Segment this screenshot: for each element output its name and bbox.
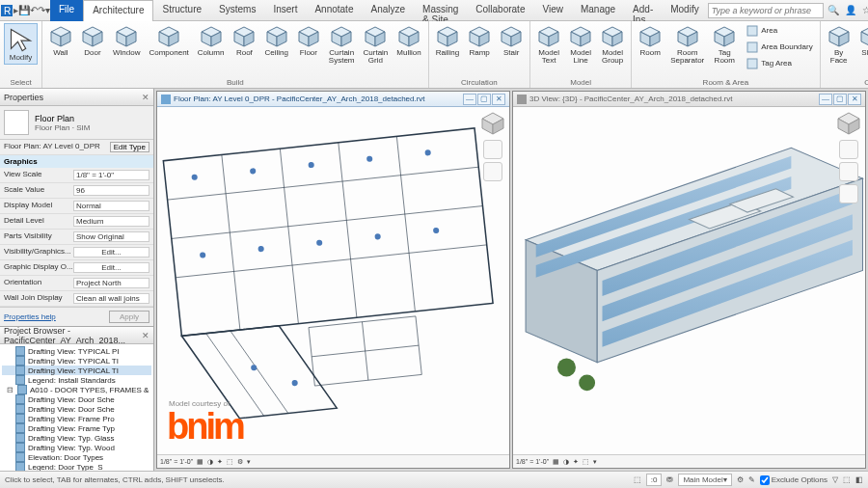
ribbon-column[interactable]: Column	[195, 23, 228, 59]
view-max-icon[interactable]: ▢	[833, 94, 847, 105]
menu-tab-massing-site[interactable]: Massing & Site	[414, 0, 467, 21]
project-tree[interactable]: Drafting View: TYPICAL PIDrafting View: …	[0, 344, 153, 471]
properties-help-link[interactable]: Properties help	[4, 312, 56, 321]
ribbon-railing[interactable]: Railing	[433, 23, 462, 59]
modify-button[interactable]: Modify	[4, 23, 38, 65]
vs-icon[interactable]: ◑	[563, 458, 569, 466]
view-floorplan-title[interactable]: Floor Plan: AY Level 0_DPR - PacificCent…	[157, 92, 509, 107]
menu-tab-insert[interactable]: Insert	[264, 0, 306, 21]
vs-icon[interactable]: ⚙	[237, 458, 243, 466]
nav-wheel-icon[interactable]	[839, 140, 858, 159]
ribbon-area[interactable]: Area	[744, 23, 815, 39]
exclude-options-check[interactable]: Exclude Options	[760, 475, 827, 485]
ribbon-model-group[interactable]: Model Group	[598, 23, 627, 68]
ribbon-roof[interactable]: Roof	[230, 23, 258, 59]
ribbon-door[interactable]: Door	[78, 23, 107, 59]
vs-icon[interactable]: ⬚	[227, 458, 233, 466]
tree-item[interactable]: Drafting View: TYPICAL TI	[2, 366, 151, 375]
view-close-icon[interactable]: ✕	[492, 94, 505, 105]
tree-item[interactable]: Drafting View: Typ. Glass	[2, 433, 151, 443]
ribbon-area-boundary[interactable]: Area Boundary	[744, 40, 815, 55]
ribbon-by-face[interactable]: By Face	[825, 23, 854, 68]
nav-orbit-icon[interactable]	[839, 184, 858, 203]
qa-undo-icon[interactable]: ↶	[30, 2, 38, 19]
ribbon-stair[interactable]: Stair	[497, 23, 526, 59]
qa-redo-icon[interactable]: ↷	[38, 2, 45, 19]
view-close-icon[interactable]: ✕	[848, 94, 861, 105]
view-3d-canvas[interactable]	[513, 107, 865, 454]
worksets-icon[interactable]: ⛃	[666, 475, 673, 484]
menu-tab-add-ins[interactable]: Add-Ins	[624, 0, 662, 21]
ribbon-mullion[interactable]: Mullion	[393, 23, 423, 59]
signin-icon[interactable]: 👤	[845, 5, 856, 15]
menu-tab-analyze[interactable]: Analyze	[362, 0, 414, 21]
menu-tab-architecture[interactable]: Architecture	[83, 0, 153, 21]
menu-tab-modify[interactable]: Modify	[662, 0, 707, 21]
sb-icon[interactable]: ✎	[748, 475, 755, 484]
menu-tab-manage[interactable]: Manage	[572, 0, 624, 21]
tree-item[interactable]: Drafting View: Frame Typ	[2, 423, 151, 433]
type-selector[interactable]: Floor Plan Floor Plan · SIM	[0, 106, 153, 140]
view-3d-title[interactable]: 3D View: {3D} - PacificCenter_AY_Arch_20…	[513, 92, 865, 107]
app-icon[interactable]: R	[0, 2, 14, 19]
qa-save-icon[interactable]: 💾	[18, 2, 30, 19]
tree-item[interactable]: Drafting View: Typ. Wood	[2, 443, 151, 452]
tree-item[interactable]: Elevation: Door Types	[2, 452, 151, 462]
tree-item[interactable]: Drafting View: Door Sche	[2, 394, 151, 404]
prop-row-parts-visibility[interactable]: Parts VisibilityShow Original	[0, 230, 153, 245]
vs-icon[interactable]: ◑	[207, 458, 213, 466]
menu-tab-annotate[interactable]: Annotate	[306, 0, 362, 21]
ribbon-curtain-system[interactable]: Curtain System	[326, 23, 358, 68]
prop-row-visibility-graphics-[interactable]: Visibility/Graphics...Edit...	[0, 245, 153, 260]
project-browser-close-icon[interactable]: ✕	[142, 331, 149, 340]
sb-icon[interactable]: ⚙	[737, 475, 744, 484]
ribbon-tag-room[interactable]: Tag Room	[710, 23, 739, 68]
tree-item[interactable]: Legend: Install Standards	[2, 375, 151, 385]
prop-row-detail-level[interactable]: Detail LevelMedium	[0, 214, 153, 230]
vs-icon[interactable]: ⬚	[583, 458, 589, 466]
ribbon-component[interactable]: Component	[146, 23, 191, 59]
prop-row-graphic-display-o-[interactable]: Graphic Display O...Edit...	[0, 260, 153, 276]
prop-row-view-scale[interactable]: View Scale1/8" = 1'-0"	[0, 168, 153, 183]
view-min-icon[interactable]: —	[463, 94, 476, 105]
scale-label[interactable]: 1/8" = 1'-0"	[516, 458, 549, 465]
ribbon-window[interactable]: Window	[110, 23, 143, 59]
vs-icon[interactable]: ▦	[553, 458, 559, 466]
prop-row-wall-join-display[interactable]: Wall Join DisplayClean all wall joins	[0, 291, 153, 307]
ribbon-room[interactable]: Room	[636, 23, 665, 68]
project-browser-header[interactable]: Project Browser - PacificCenter_AY_Arch_…	[0, 327, 153, 344]
nav-wheel-icon[interactable]	[483, 140, 502, 159]
properties-close-icon[interactable]: ✕	[142, 93, 149, 102]
vs-icon[interactable]: ▾	[593, 458, 597, 466]
vs-icon[interactable]: ▦	[197, 458, 203, 466]
vs-icon[interactable]: ▾	[247, 458, 251, 466]
floorplan-canvas[interactable]: Model courtesy of bnim	[157, 107, 509, 454]
tree-item[interactable]: ⊟A010 - DOOR TYPES, FRAMES &	[2, 385, 151, 394]
tree-item[interactable]: Drafting View: Door Sche	[2, 404, 151, 414]
search-input[interactable]	[708, 3, 824, 18]
ribbon-model-line[interactable]: Model Line	[566, 23, 595, 68]
menu-tab-view[interactable]: View	[533, 0, 572, 21]
filter-icon[interactable]: ▽	[832, 475, 838, 484]
menu-tab-structure[interactable]: Structure	[153, 0, 210, 21]
ribbon-curtain-grid[interactable]: Curtain Grid	[361, 23, 392, 68]
prop-row-display-model[interactable]: Display ModelNormal	[0, 199, 153, 214]
menu-tab-systems[interactable]: Systems	[210, 0, 264, 21]
apply-button[interactable]: Apply	[109, 311, 149, 323]
ribbon-ramp[interactable]: Ramp	[465, 23, 494, 59]
ribbon-ceiling[interactable]: Ceiling	[261, 23, 290, 59]
ribbon-tag-area[interactable]: Tag Area	[744, 56, 815, 71]
edit-type-button[interactable]: Edit Type	[110, 142, 149, 152]
sb-icon[interactable]: ◧	[855, 475, 863, 484]
prop-row-scale-value[interactable]: Scale Value96	[0, 183, 153, 199]
viewcube-icon[interactable]	[479, 110, 506, 137]
view-min-icon[interactable]: —	[819, 94, 832, 105]
ribbon-shaft[interactable]: Shaft	[856, 23, 868, 68]
properties-header[interactable]: Properties ✕	[0, 89, 153, 106]
graphics-section[interactable]: Graphics	[0, 155, 153, 168]
viewcube-icon[interactable]	[835, 110, 862, 137]
search-icon[interactable]: 🔍	[827, 5, 839, 15]
nav-pan-icon[interactable]	[483, 162, 502, 181]
ribbon-model-text[interactable]: Model Text	[534, 23, 563, 68]
sb-icon[interactable]: ⬚	[843, 475, 851, 484]
